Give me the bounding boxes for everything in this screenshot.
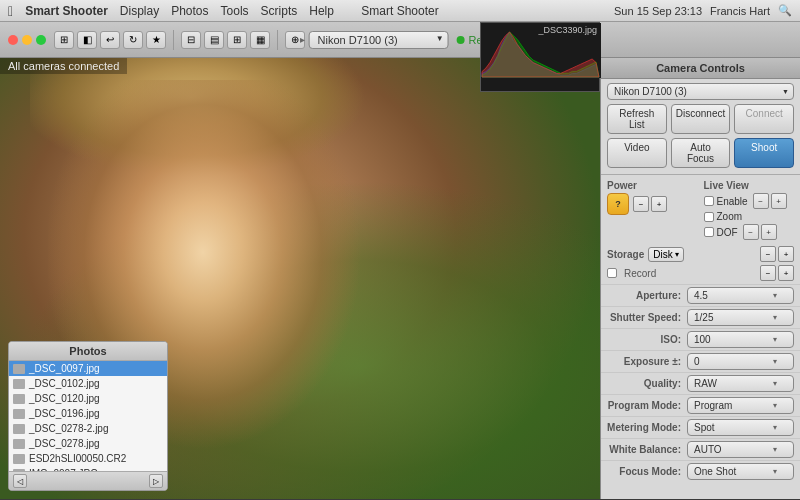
photo-list-item[interactable]: _DSC_0196.jpg: [9, 406, 167, 421]
toolbar-sep-1: [173, 30, 174, 50]
photo-list-item[interactable]: _DSC_0120.jpg: [9, 391, 167, 406]
cc-param-value[interactable]: Program: [687, 397, 794, 414]
cc-param-value[interactable]: RAW: [687, 375, 794, 392]
cc-enable-label: Enable: [717, 196, 748, 207]
refresh-list-button[interactable]: Refresh List: [607, 104, 667, 134]
status-dot: [457, 36, 465, 44]
photo-filename: _DSC_0278.jpg: [29, 438, 100, 449]
toolbar-btn-7[interactable]: ▤: [204, 31, 224, 49]
menubar-title: Smart Shooter: [361, 4, 438, 18]
photo-list-item[interactable]: _DSC_0102.jpg: [9, 376, 167, 391]
toolbar-btn-8[interactable]: ⊞: [227, 31, 247, 49]
menu-smart-shooter[interactable]: Smart Shooter: [25, 4, 108, 18]
menu-display[interactable]: Display: [120, 4, 159, 18]
cc-storage-minus[interactable]: −: [760, 246, 776, 262]
shoot-button[interactable]: Shoot: [734, 138, 794, 168]
cc-disk-select[interactable]: Disk: [648, 247, 684, 262]
cc-power-liveview-section: Power ? − + Live View Enable: [601, 177, 800, 243]
cc-param-value[interactable]: 100: [687, 331, 794, 348]
disconnect-button[interactable]: Disconnect: [671, 104, 731, 134]
cc-params: Aperture:4.5Shutter Speed:1/25ISO:100Exp…: [601, 284, 800, 482]
cc-dof-checkbox[interactable]: [704, 227, 714, 237]
cc-zoom-label: Zoom: [717, 211, 743, 222]
cc-record-row: Record − +: [601, 265, 800, 284]
cc-btn-row-2: Video Auto Focus Shoot: [601, 138, 800, 172]
photos-nav-prev[interactable]: ◁: [13, 474, 27, 488]
close-button[interactable]: [8, 35, 18, 45]
photo-list-item[interactable]: ESD2hSLI00050.CR2: [9, 451, 167, 466]
cc-dof-plus[interactable]: +: [761, 224, 777, 240]
video-button[interactable]: Video: [607, 138, 667, 168]
cc-dof-minus[interactable]: −: [743, 224, 759, 240]
photo-thumb: [13, 394, 25, 404]
menu-photos[interactable]: Photos: [171, 4, 208, 18]
cc-param-value[interactable]: AUTO: [687, 441, 794, 458]
toolbar-btn-9[interactable]: ▦: [250, 31, 270, 49]
cc-enable-plus[interactable]: +: [771, 193, 787, 209]
cc-enable-minus[interactable]: −: [753, 193, 769, 209]
cc-enable-checkbox[interactable]: [704, 196, 714, 206]
photos-panel-footer: ◁ ▷: [9, 471, 167, 490]
cc-param-label: ISO:: [607, 334, 687, 345]
autofocus-button[interactable]: Auto Focus: [671, 138, 731, 168]
photo-list-item[interactable]: _DSC_0278-2.jpg: [9, 421, 167, 436]
apple-menu[interactable]: : [8, 3, 13, 19]
cc-param-value[interactable]: One Shot: [687, 463, 794, 480]
cc-camera-row: Nikon D7100 (3): [601, 79, 800, 104]
photo-thumb: [13, 364, 25, 374]
photo-list-item[interactable]: _DSC_0097.jpg: [9, 361, 167, 376]
photo-thumb: [13, 439, 25, 449]
traffic-lights: [8, 35, 46, 45]
menubar-right: Sun 15 Sep 23:13 Francis Hart 🔍: [614, 4, 792, 17]
cc-param-value[interactable]: 4.5: [687, 287, 794, 304]
toolbar-btn-6[interactable]: ⊟: [181, 31, 201, 49]
main-content: All cameras connected Photos _DSC_0097.j…: [0, 58, 800, 499]
cc-param-value[interactable]: 1/25: [687, 309, 794, 326]
cc-zoom-checkbox[interactable]: [704, 212, 714, 222]
cc-power-minus[interactable]: −: [633, 196, 649, 212]
photo-thumb: [13, 424, 25, 434]
cc-record-plus[interactable]: +: [778, 265, 794, 281]
toolbar-btn-2[interactable]: ◧: [77, 31, 97, 49]
menubar-time: Sun 15 Sep 23:13: [614, 5, 702, 17]
toolbar-btn-4[interactable]: ↻: [123, 31, 143, 49]
photos-nav-next[interactable]: ▷: [149, 474, 163, 488]
photo-filename: _DSC_0196.jpg: [29, 408, 100, 419]
photo-filename: _DSC_0102.jpg: [29, 378, 100, 389]
cc-camera-select[interactable]: Nikon D7100 (3): [607, 83, 794, 100]
photo-list-item[interactable]: _DSC_0278.jpg: [9, 436, 167, 451]
cc-param-label: Focus Mode:: [607, 466, 687, 477]
photos-list[interactable]: _DSC_0097.jpg_DSC_0102.jpg_DSC_0120.jpg_…: [9, 361, 167, 471]
connect-button[interactable]: Connect: [734, 104, 794, 134]
menu-scripts[interactable]: Scripts: [261, 4, 298, 18]
cc-param-value[interactable]: 0: [687, 353, 794, 370]
cc-title: Camera Controls: [601, 58, 800, 79]
cc-storage-plus[interactable]: +: [778, 246, 794, 262]
cc-param-label: Aperture:: [607, 290, 687, 301]
cc-param-label: Quality:: [607, 378, 687, 389]
photo-area: All cameras connected Photos _DSC_0097.j…: [0, 58, 600, 499]
cc-record-minus[interactable]: −: [760, 265, 776, 281]
photo-filename: ESD2hSLI00050.CR2: [29, 453, 126, 464]
toolbar-btn-3[interactable]: ↩: [100, 31, 120, 49]
menubar-search-icon[interactable]: 🔍: [778, 4, 792, 17]
cc-record-arrows: − +: [760, 265, 794, 281]
cc-storage-label: Storage: [607, 249, 644, 260]
zoom-button[interactable]: [36, 35, 46, 45]
toolbar: ⊞ ◧ ↩ ↻ ★ ⊟ ▤ ⊞ ▦ ⊕ ▸ Nikon D7100 (3) Re…: [0, 22, 800, 58]
cc-param-label: Metering Mode:: [607, 422, 687, 433]
cc-param-value[interactable]: Spot: [687, 419, 794, 436]
cc-record-checkbox[interactable]: [607, 268, 617, 278]
cc-power-plus[interactable]: +: [651, 196, 667, 212]
cc-param-row: Quality:RAW: [601, 372, 800, 394]
photo-filename: _DSC_0097.jpg: [29, 363, 100, 374]
menu-tools[interactable]: Tools: [221, 4, 249, 18]
camera-selector[interactable]: Nikon D7100 (3): [309, 31, 449, 49]
menu-help[interactable]: Help: [309, 4, 334, 18]
cc-divider-1: [601, 174, 800, 175]
toolbar-btn-1[interactable]: ⊞: [54, 31, 74, 49]
toolbar-btn-5[interactable]: ★: [146, 31, 166, 49]
minimize-button[interactable]: [22, 35, 32, 45]
cc-power-icon[interactable]: ?: [607, 193, 629, 215]
photo-thumb: [13, 379, 25, 389]
